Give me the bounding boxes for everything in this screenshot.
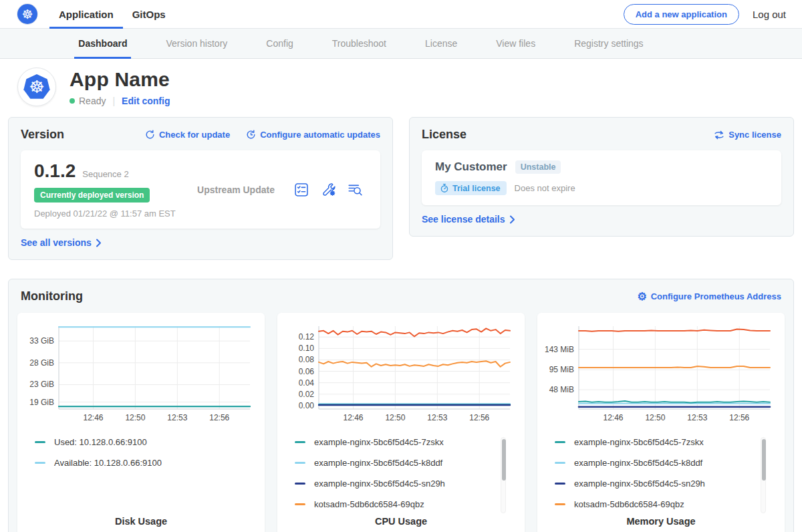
deployed-badge: Currently deployed version	[34, 188, 150, 203]
svg-text:12:56: 12:56	[209, 413, 229, 422]
scrollbar-thumb[interactable]	[502, 439, 506, 481]
monitoring-section: Monitoring ⚙ Configure Prometheus Addres…	[8, 279, 794, 532]
svg-text:12:53: 12:53	[167, 413, 187, 422]
preflight-checks-icon[interactable]	[294, 182, 309, 197]
legend-color-dash	[555, 483, 565, 485]
top-navbar: ☸ Application GitOps Add a new applicati…	[0, 0, 802, 29]
svg-text:0.08: 0.08	[299, 355, 315, 364]
svg-text:12:53: 12:53	[687, 413, 707, 422]
configure-prometheus-link[interactable]: ⚙ Configure Prometheus Address	[637, 291, 781, 302]
see-all-versions-link[interactable]: See all versions	[21, 237, 102, 248]
svg-text:0.12: 0.12	[299, 332, 315, 342]
svg-text:95 MiB: 95 MiB	[549, 365, 574, 374]
legend-color-dash	[35, 462, 45, 464]
edit-config-link[interactable]: Edit config	[122, 96, 170, 106]
check-for-update-link[interactable]: Check for update	[145, 130, 230, 140]
tab-version-history[interactable]: Version history	[166, 29, 227, 58]
svg-text:12:50: 12:50	[385, 413, 405, 422]
legend-color-dash	[555, 441, 565, 443]
legend-item: example-nginx-5bc6f5d4c5-7zskx	[555, 437, 779, 447]
chart-title: Memory Usage	[543, 516, 779, 529]
svg-text:12:56: 12:56	[729, 413, 749, 422]
disk-usage-legend: Used: 10.128.0.66:9100 Available: 10.128…	[35, 437, 259, 468]
chart-title: Disk Usage	[23, 516, 259, 529]
stopwatch-icon	[440, 183, 449, 193]
legend-item: kotsadm-5db6dc6584-69qbz	[295, 499, 519, 509]
legend-scrollbar[interactable]	[501, 437, 506, 513]
svg-text:12:50: 12:50	[125, 413, 145, 422]
view-logs-icon[interactable]	[348, 183, 363, 196]
app-header: ☸ App Name Ready | Edit config	[0, 59, 802, 117]
scrollbar-thumb[interactable]	[762, 439, 766, 481]
app-avatar: ☸	[17, 68, 56, 106]
license-expiration: Does not expire	[515, 183, 575, 193]
disk-usage-chart: 33 GiB28 GiB23 GiB19 GiB12:4612:5012:531…	[23, 321, 255, 426]
svg-text:12:46: 12:46	[343, 413, 363, 422]
legend-item: example-nginx-5bc6f5d4c5-7zskx	[295, 437, 519, 447]
svg-text:23 GiB: 23 GiB	[29, 380, 54, 389]
legend-color-dash	[295, 441, 305, 443]
tab-troubleshoot[interactable]: Troubleshoot	[332, 29, 386, 58]
svg-text:0.02: 0.02	[299, 390, 315, 399]
legend-item: Available: 10.128.0.66:9100	[35, 458, 259, 468]
legend-color-dash	[295, 462, 305, 464]
svg-text:48 MiB: 48 MiB	[549, 385, 574, 394]
edit-config-wrench-icon[interactable]	[321, 182, 336, 196]
memory-usage-legend: example-nginx-5bc6f5d4c5-7zskx example-n…	[555, 437, 779, 509]
license-summary-row: My Customer Unstable Trial license Does …	[422, 150, 781, 205]
legend-item: example-nginx-5bc6f5d4c5-sn29h	[295, 479, 519, 489]
tab-license[interactable]: License	[425, 29, 457, 58]
tab-registry-settings[interactable]: Registry settings	[574, 29, 643, 58]
kubernetes-logo-icon[interactable]: ☸	[17, 4, 37, 24]
chart-title: CPU Usage	[283, 516, 519, 529]
legend-item: example-nginx-5bc6f5d4c5-sn29h	[555, 479, 779, 489]
customer-name: My Customer	[435, 160, 507, 174]
logout-button[interactable]: Log out	[753, 9, 786, 20]
cpu-usage-chart: 0.120.100.080.060.040.020.0012:4612:5012…	[283, 321, 515, 426]
monitoring-title: Monitoring	[21, 289, 83, 303]
app-subnav: Dashboard Version history Config Trouble…	[0, 29, 802, 59]
svg-text:12:53: 12:53	[427, 413, 447, 422]
sync-arrows-icon	[714, 130, 724, 140]
legend-scrollbar[interactable]	[761, 437, 766, 513]
legend-color-dash	[295, 483, 305, 485]
tab-view-files[interactable]: View files	[496, 29, 535, 58]
legend-color-dash	[555, 462, 565, 464]
add-application-button[interactable]: Add a new application	[624, 4, 739, 25]
see-license-details-link[interactable]: See license details	[422, 214, 515, 225]
gear-icon: ⚙	[637, 291, 646, 302]
license-type-badge: Trial license	[435, 181, 507, 195]
tab-dashboard[interactable]: Dashboard	[78, 29, 127, 58]
disk-usage-card: 33 GiB28 GiB23 GiB19 GiB12:4612:5012:531…	[17, 313, 265, 532]
cpu-usage-card: 0.120.100.080.060.040.020.0012:4612:5012…	[277, 313, 525, 532]
legend-color-dash	[35, 441, 45, 443]
clock-refresh-icon	[246, 130, 256, 140]
chevron-right-icon	[96, 239, 102, 247]
topnav-tab-gitops[interactable]: GitOps	[123, 0, 175, 28]
svg-text:12:46: 12:46	[83, 413, 103, 422]
svg-text:0.04: 0.04	[299, 378, 315, 388]
cpu-usage-legend: example-nginx-5bc6f5d4c5-7zskx example-n…	[295, 437, 519, 509]
channel-badge: Unstable	[515, 160, 561, 174]
svg-text:19 GiB: 19 GiB	[29, 398, 54, 407]
divider: |	[112, 96, 115, 106]
version-number: 0.1.2	[34, 160, 76, 182]
svg-text:0.06: 0.06	[299, 367, 315, 376]
memory-usage-card: 143 MiB95 MiB48 MiB12:4612:5012:5312:56 …	[537, 313, 785, 532]
version-card: Version Check for update Configure autom…	[8, 117, 393, 260]
memory-usage-chart: 143 MiB95 MiB48 MiB12:4612:5012:5312:56	[543, 321, 775, 426]
topnav-tab-application[interactable]: Application	[49, 0, 123, 28]
refresh-icon	[145, 130, 155, 140]
status-dot-icon	[70, 98, 75, 104]
license-card: License Sync license My Customer Unstabl…	[409, 117, 794, 237]
svg-text:12:50: 12:50	[645, 413, 665, 422]
svg-text:28 GiB: 28 GiB	[29, 358, 54, 368]
svg-text:0.10: 0.10	[299, 344, 315, 353]
legend-item: kotsadm-5db6dc6584-69qbz	[555, 499, 779, 509]
topnav-tabs: Application GitOps	[49, 0, 175, 28]
sync-license-link[interactable]: Sync license	[714, 130, 781, 140]
svg-text:12:56: 12:56	[469, 413, 489, 422]
configure-automatic-updates-link[interactable]: Configure automatic updates	[246, 130, 380, 140]
version-sequence: Sequence 2	[82, 169, 128, 179]
tab-config[interactable]: Config	[266, 29, 293, 58]
